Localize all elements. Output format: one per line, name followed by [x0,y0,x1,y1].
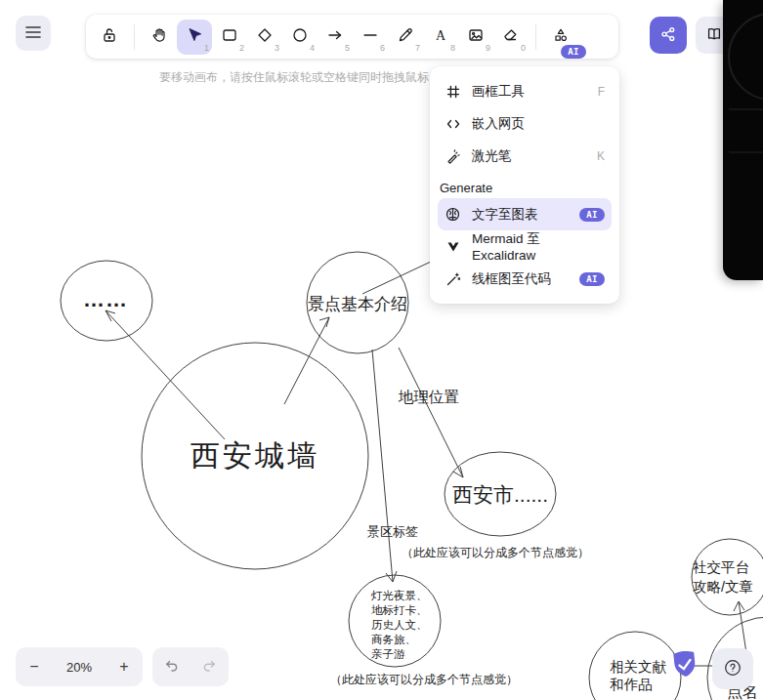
text-icon: A [432,26,449,48]
rectangle-icon [221,26,238,48]
toolbar-divider [134,24,135,50]
share-icon [659,25,677,46]
menu-item-wireframe-to-code[interactable]: 线框图至代码 AI [438,263,612,295]
node-dots-label: …… [83,287,128,311]
extra-tools-dropdown: 画框工具 F 嵌入网页 激光笔 K Generate 文字至图表 AI Merm… [430,66,619,304]
node-city-label: 西安市...... [452,483,548,506]
diamond-icon [256,26,274,48]
svg-text:亲子游: 亲子游 [371,648,405,660]
lock-icon [101,26,118,48]
book-icon [705,25,723,46]
mermaid-icon [445,238,461,255]
eraser-icon [502,26,520,48]
frame-icon [445,83,461,100]
arrow-intro-to-tags[interactable] [372,350,397,582]
ai-badge: AI [561,45,586,59]
question-icon [723,658,742,680]
svg-text:A: A [436,27,446,42]
svg-text:和作品: 和作品 [610,677,653,692]
menu-item-label: 画框工具 [472,83,525,101]
node-main-label: 西安城墙 [191,439,319,472]
node-social-label: 社交平台 攻略/文章 [693,559,753,595]
redo-icon [201,658,217,677]
embed-icon [445,115,461,132]
help-button[interactable] [712,648,753,689]
undo-button[interactable] [155,650,189,683]
menu-item-label: 线框图至代码 [472,270,551,288]
label-note-city: （此处应该可以分成多个节点感觉） [402,546,589,559]
toolbar-divider [535,24,536,50]
svg-text:攻略/文章: 攻略/文章 [693,579,753,595]
main-menu-button[interactable] [16,16,51,51]
svg-text:地标打卡、: 地标打卡、 [371,604,428,616]
ellipse-icon [291,26,309,48]
arrow-name-to-social[interactable] [734,601,746,653]
arrow-main-to-intro[interactable] [284,317,329,404]
tool-draw[interactable]: 7 [388,20,423,55]
laser-pointer-icon [445,147,461,164]
svg-text:历史人文、: 历史人文、 [371,619,428,631]
shortcut-key: F [598,85,605,99]
tool-image[interactable]: 9 [458,20,493,55]
tool-rectangle[interactable]: 2 [212,20,247,55]
image-icon [467,26,485,48]
tool-text[interactable]: A 8 [423,20,458,55]
ai-badge: AI [579,272,605,286]
label-tag: 景区标签 [367,524,418,539]
hamburger-icon [25,25,41,42]
arrow-main-to-dots[interactable] [106,310,225,439]
tool-arrow[interactable]: 5 [318,20,353,55]
menu-item-text-to-diagram[interactable]: 文字至图表 AI [438,198,612,230]
history-controls [152,647,229,686]
node-social-circle[interactable] [692,539,763,615]
brain-icon [445,206,461,223]
tool-hand[interactable] [142,20,177,55]
share-button[interactable] [650,17,687,54]
menu-item-laser[interactable]: 激光笔 K [438,140,612,172]
node-intro-label: 景点基本介绍 [308,295,407,313]
pencil-icon [397,26,414,48]
svg-text:社交平台: 社交平台 [693,559,749,575]
toolbar: 1 2 3 4 5 6 7 A 8 9 0 AI [86,15,618,59]
menu-item-label: 嵌入网页 [472,115,525,133]
tool-ellipse[interactable]: 4 [282,20,318,55]
side-dark-panel[interactable] [723,0,763,280]
menu-item-frame-tool[interactable]: 画框工具 F [438,75,612,107]
tool-more-shapes[interactable]: AI [543,20,578,55]
menu-item-mermaid[interactable]: Mermaid 至 Excalidraw [438,230,612,263]
svg-text:灯光夜景、: 灯光夜景、 [370,590,428,601]
arrow-icon [326,26,344,48]
line-offscreen-to-intro[interactable] [362,262,431,294]
menu-item-embed[interactable]: 嵌入网页 [438,107,612,140]
magic-wand-icon [445,270,461,287]
arrow-intro-to-city[interactable] [399,348,463,477]
tool-eraser[interactable]: 0 [493,20,529,55]
menu-item-label: Mermaid 至 Excalidraw [472,230,605,263]
tool-diamond[interactable]: 3 [247,20,282,55]
undo-icon [164,658,180,677]
menu-item-label: 激光笔 [472,147,512,165]
svg-text:商务旅、: 商务旅、 [371,634,416,645]
tool-selection[interactable]: 1 [177,20,212,55]
zoom-out-button[interactable]: − [16,647,53,686]
label-note-tags: （此处应该可以分成多个节点感觉） [330,673,518,686]
label-geo: 地理位置 [398,389,459,405]
shield-check-badge [673,650,697,678]
pan-hint-text: 要移动画布，请按住鼠标滚轮或空格键同时拖拽鼠标 [159,69,429,86]
node-tags-label: 灯光夜景、 地标打卡、 历史人文、 商务旅、 亲子游 [370,590,428,660]
drawing-canvas[interactable]: …… 景点基本介绍 西安城墙 西安市...... 灯光夜景、 地标打卡、 历史人… [0,0,763,700]
svg-text:相关文献: 相关文献 [610,659,667,675]
zoom-controls: − 20% + [16,647,143,686]
node-literature-label: 相关文献 和作品 [610,659,667,692]
shortcut-key: K [597,149,605,163]
hand-icon [150,26,168,48]
zoom-level[interactable]: 20% [53,660,106,675]
ai-badge: AI [579,208,605,222]
redo-button[interactable] [192,650,226,683]
tool-lock[interactable] [92,20,127,55]
cursor-icon [186,26,203,48]
line-icon [361,26,379,48]
menu-item-label: 文字至图表 [472,206,538,224]
tool-line[interactable]: 6 [353,20,388,55]
zoom-in-button[interactable]: + [106,647,143,686]
